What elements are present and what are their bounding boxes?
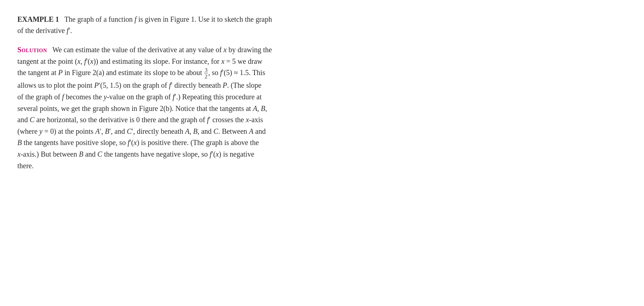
f-x-1: f: [84, 57, 86, 65]
var-x-2: x: [77, 57, 81, 65]
var-x-4: x: [221, 57, 224, 65]
var-x-5: x: [134, 138, 137, 146]
c-ref: C: [214, 127, 218, 135]
example-label: EXAMPLE 1: [17, 15, 59, 23]
example-statement: The graph of a function f is given in Fi…: [64, 15, 272, 23]
var-x-6: x: [216, 150, 219, 158]
b-ref: B: [193, 127, 197, 135]
var-x-3: x: [90, 57, 93, 65]
var-x-1: x: [223, 46, 227, 54]
c-prime-1: C: [127, 127, 131, 135]
solution-block: Solution We can estimate the value of th…: [17, 44, 272, 171]
x-axis-2: x: [17, 150, 21, 158]
point-a-1: A: [253, 104, 257, 112]
a-ref: A: [185, 127, 189, 135]
f-prime-ref: f: [173, 93, 175, 101]
fraction-3-2: 3 2: [204, 67, 208, 79]
var-y-2: y: [39, 127, 43, 135]
example-statement-line2: of the derivative f′.: [17, 26, 72, 34]
f-prime-5: f: [220, 69, 222, 76]
solution-paragraph: Solution We can estimate the value of th…: [17, 44, 272, 171]
b-ref-2: B: [17, 138, 22, 146]
b-ref-3: B: [79, 150, 83, 158]
example-block: EXAMPLE 1 The graph of a function f is g…: [17, 14, 272, 36]
a-prime-1: A: [95, 127, 100, 135]
p-prime-label: P: [94, 81, 98, 89]
f-prime-graph: f: [169, 81, 171, 89]
f-prime-x-2: f: [210, 150, 212, 158]
f-prime: f: [67, 26, 69, 34]
point-p: P: [58, 69, 63, 76]
f-ref-1: f: [62, 93, 64, 101]
point-p-2: P: [223, 81, 227, 89]
f-prime-ref-2: f: [207, 116, 209, 124]
example-heading: EXAMPLE 1 The graph of a function f is g…: [17, 14, 272, 36]
page-content: EXAMPLE 1 The graph of a function f is g…: [0, 0, 289, 185]
b-prime-1: B: [105, 127, 109, 135]
var-y-1: y: [104, 93, 107, 101]
solution-label: Solution: [17, 46, 47, 54]
point-c-1: C: [30, 116, 34, 124]
function-f: f: [134, 15, 136, 23]
fraction-numerator: 3: [204, 67, 208, 73]
point-b-1: B: [261, 104, 265, 112]
x-axis-1: x: [246, 116, 249, 124]
fraction-denominator: 2: [204, 73, 208, 79]
a-ref-2: A: [249, 127, 253, 135]
c-ref-2: C: [97, 150, 102, 158]
f-prime-x-1: f: [127, 138, 130, 146]
